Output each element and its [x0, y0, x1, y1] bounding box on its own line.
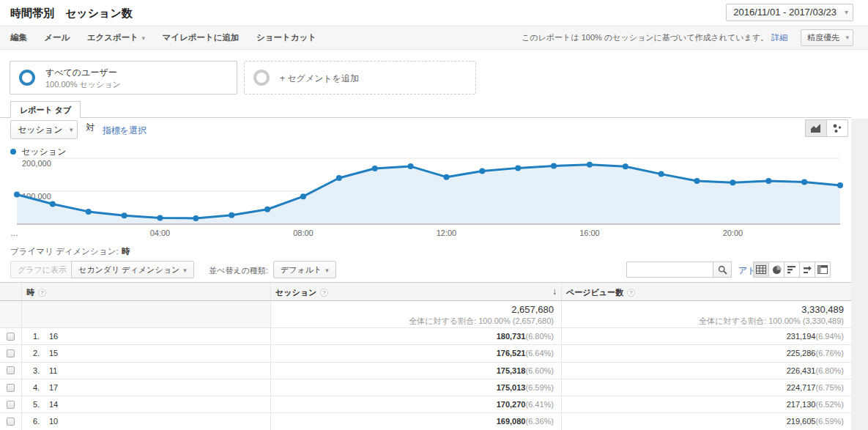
sessions-total: 2,657,680 [271, 304, 554, 315]
chevron-down-icon: ▾ [70, 121, 73, 138]
select-metric-link[interactable]: 指標を選択 [103, 125, 146, 137]
hour-cell: 6.10 [22, 413, 271, 429]
chevron-down-icon: ▾ [183, 267, 187, 274]
table-toolbar: グラフに表示 セカンダリ ディメンション▾ 並べ替えの種類: デフォルト▾ アド… [0, 259, 851, 281]
percentage-view-icon[interactable] [768, 262, 784, 278]
column-header-sessions[interactable]: セッション? ↓ [271, 283, 562, 300]
chart-point[interactable] [515, 165, 521, 171]
analytics-report-page: 時間帯別 セッション数 2016/11/01 - 2017/03/23 ▾ 編集… [0, 0, 868, 430]
help-icon[interactable]: ? [627, 289, 635, 297]
comparison-view-icon[interactable] [799, 262, 815, 278]
chart-point[interactable] [659, 171, 664, 177]
chart-point[interactable] [336, 175, 342, 181]
primary-dimension-value[interactable]: 時 [122, 247, 130, 256]
pageviews-total: 3,330,489 [562, 304, 844, 315]
chart-point[interactable] [50, 201, 56, 207]
chart-point[interactable] [14, 192, 20, 198]
pageviews-cell: 226,431(6.80%) [562, 363, 851, 379]
page-title: 時間帯別 セッション数 [10, 7, 133, 21]
export-button[interactable]: エクスポート ▾ [87, 33, 145, 42]
sampling-notice: このレポートは 100% のセッションに基づいて作成されています。詳細 [522, 26, 787, 49]
row-checkbox[interactable] [7, 418, 15, 426]
chart-point[interactable] [157, 215, 163, 220]
segment-circle-icon [253, 70, 270, 86]
table-row: 5.14170,270(6.41%)217,130(6.52%) [0, 396, 851, 413]
sessions-cell: 175,013(6.59%) [271, 379, 562, 396]
secondary-dimension-dropdown[interactable]: セカンダリ ディメンション▾ [71, 261, 194, 278]
table-header-row: 時? セッション? ↓ ページビュー数? [0, 283, 851, 301]
metric-selector-dropdown[interactable]: セッション ▾ [10, 120, 78, 139]
chart-point[interactable] [193, 215, 199, 221]
motion-chart-icon[interactable] [826, 119, 848, 137]
title-row: 時間帯別 セッション数 2016/11/01 - 2017/03/23 ▾ [0, 0, 868, 26]
pivot-view-icon[interactable] [815, 262, 831, 278]
table-row: 4.17175,013(6.59%)224,717(6.75%) [0, 379, 851, 396]
edit-button[interactable]: 編集 [10, 33, 27, 42]
table-totals-row: 2,657,680 全体に対する割合: 100.00% (2,657,680) … [0, 301, 851, 328]
table-row: 1.16180,731(6.80%)231,194(6.94%) [0, 328, 851, 345]
table-row: 6.10169,080(6.36%)219,605(6.59%) [0, 413, 851, 430]
table-body: 1.16180,731(6.80%)231,194(6.94%)2.15176,… [0, 328, 851, 430]
tab-report[interactable]: レポート タブ [10, 101, 81, 118]
pageviews-cell: 217,130(6.52%) [562, 396, 851, 412]
chart-point[interactable] [587, 162, 593, 168]
details-link[interactable]: 詳細 [771, 33, 787, 42]
chart-point[interactable] [730, 179, 735, 185]
chart-point[interactable] [229, 212, 234, 218]
sessions-cell: 176,521(6.64%) [271, 345, 562, 361]
sort-type-dropdown[interactable]: デフォルト▾ [273, 261, 336, 278]
chart-point[interactable] [443, 174, 449, 180]
table-view-icon[interactable] [753, 262, 769, 278]
hour-cell: 4.17 [22, 379, 271, 396]
add-segment-button[interactable]: + セグメントを追加 [244, 61, 476, 94]
chart-point[interactable] [264, 207, 270, 212]
hour-cell: 5.14 [22, 396, 271, 412]
plot-rows-button[interactable]: グラフに表示 [10, 261, 74, 278]
chart-point[interactable] [765, 178, 771, 184]
help-icon[interactable]: ? [38, 289, 46, 297]
performance-view-icon[interactable] [784, 262, 800, 278]
shortcut-button[interactable]: ショートカット [256, 33, 316, 42]
row-checkbox[interactable] [7, 384, 15, 392]
mail-button[interactable]: メール [44, 33, 70, 42]
chart-point[interactable] [801, 179, 807, 185]
row-checkbox[interactable] [7, 366, 15, 374]
chart-point[interactable] [300, 193, 306, 199]
sessions-cell: 170,270(6.41%) [271, 396, 562, 412]
line-chart-icon[interactable] [805, 119, 827, 137]
row-checkbox[interactable] [7, 333, 15, 341]
row-checkbox[interactable] [7, 349, 15, 357]
chart-point[interactable] [372, 166, 378, 171]
select-all-cell [0, 283, 22, 300]
primary-dimension-bar: プライマリ ディメンション:時 [10, 246, 130, 257]
segment-circle-icon [19, 70, 35, 86]
chart-point[interactable] [479, 168, 485, 174]
action-bar: 編集 メール エクスポート ▾ マイレポートに追加 ショートカット このレポート… [0, 26, 868, 50]
search-icon[interactable] [713, 262, 732, 278]
add-to-dashboard-button[interactable]: マイレポートに追加 [162, 33, 239, 42]
chevron-down-icon: ▾ [325, 267, 329, 274]
chart-point[interactable] [551, 163, 557, 169]
table-row: 3.11175,318(6.60%)226,431(6.80%) [0, 363, 851, 379]
pageviews-total-share: 全体に対する割合: 100.00% (3,330,489) [562, 316, 844, 327]
chevron-down-icon: ▾ [140, 34, 145, 42]
x-tick-label: 12:00 [437, 229, 457, 237]
chart-point[interactable] [408, 163, 414, 169]
chart-point[interactable] [694, 178, 700, 184]
x-tick-label: 04:00 [150, 229, 171, 237]
row-checkbox[interactable] [7, 401, 15, 409]
chart-point[interactable] [122, 212, 127, 218]
chart-point[interactable] [623, 163, 628, 169]
pageviews-cell: 224,717(6.75%) [562, 379, 851, 396]
help-icon[interactable]: ? [320, 289, 328, 297]
segment-all-users[interactable]: すべてのユーザー 100.00% セッション [10, 61, 237, 94]
chart-point[interactable] [837, 182, 843, 188]
date-range-selector[interactable]: 2016/11/01 - 2017/03/23 ▾ [726, 4, 853, 21]
x-tick-label: 16:00 [579, 229, 600, 237]
column-header-hour[interactable]: 時? [22, 283, 271, 300]
column-header-pageviews[interactable]: ページビュー数? [562, 283, 851, 300]
table-search-input[interactable] [626, 262, 713, 278]
sampling-fidelity-selector[interactable]: 精度優先 ▾ [801, 29, 853, 46]
chart-point[interactable] [86, 209, 92, 215]
pageviews-cell: 219,605(6.59%) [562, 413, 851, 429]
